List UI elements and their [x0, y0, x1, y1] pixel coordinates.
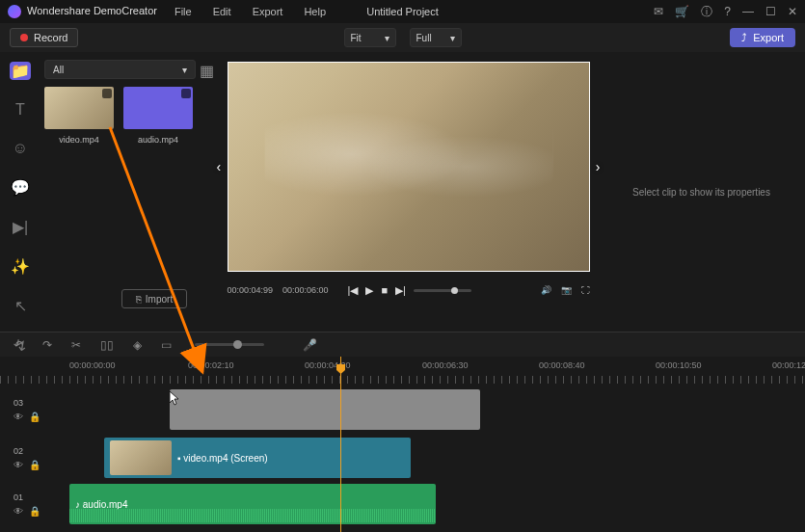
library-tab-icon[interactable]: 📁	[10, 62, 31, 80]
fullscreen-icon[interactable]: ⛶	[581, 285, 590, 295]
mouse-cursor-icon	[170, 391, 181, 407]
track-1: 01 👁🔒 ♪ audio.mp4	[0, 482, 805, 526]
track-number: 03	[13, 398, 50, 408]
video-badge-icon	[102, 89, 112, 98]
close-icon[interactable]: ✕	[788, 5, 797, 18]
playhead[interactable]	[340, 357, 341, 532]
menu-file[interactable]: File	[174, 6, 192, 17]
track-2: 02 👁🔒 ▪ video.mp4 (Screen)	[0, 436, 805, 480]
import-icon: ⎘	[136, 294, 142, 305]
preview-next-icon[interactable]: ›	[596, 159, 601, 174]
snap-icon[interactable]: ▭	[161, 338, 172, 352]
clip-thumbnail	[110, 440, 172, 475]
lock-icon[interactable]: 🔒	[29, 412, 40, 422]
record-dot-icon	[20, 34, 28, 41]
fit-dropdown[interactable]: Fit▾	[344, 28, 396, 47]
timeline-toolbar: ↶ ↷ ✂ ▯▯ ◈ ▭ 🎤	[0, 332, 805, 357]
track-number: 02	[13, 446, 50, 456]
properties-panel: Select clip to show its properties	[598, 52, 805, 332]
full-dropdown[interactable]: Full▾	[410, 28, 462, 47]
properties-empty-hint: Select clip to show its properties	[632, 187, 770, 198]
menu-items: File Edit Export Help	[174, 6, 326, 17]
next-frame-icon[interactable]: ▶|	[395, 284, 406, 297]
cursor-tab-icon[interactable]: ↖	[10, 297, 31, 315]
chevron-down-icon: ▾	[182, 65, 187, 75]
volume-slider[interactable]	[414, 289, 471, 292]
time-total: 00:00:06:00	[282, 285, 329, 295]
timeline-zoom-slider[interactable]	[195, 343, 264, 346]
thumb-label: audio.mp4	[138, 135, 178, 145]
clip-audio[interactable]: ♪ audio.mp4	[69, 484, 436, 524]
visibility-icon[interactable]: 👁	[13, 412, 23, 422]
preview-prev-icon[interactable]: ‹	[217, 159, 222, 174]
window-controls: ✉ 🛒 ⓘ ? — ☐ ✕	[654, 4, 797, 20]
audio-clip-icon: ♪	[75, 499, 80, 510]
time-current: 00:00:04:99	[228, 285, 274, 295]
redo-icon[interactable]: ↷	[42, 338, 52, 352]
video-badge-icon	[181, 89, 191, 98]
chevron-down-icon: ▾	[450, 33, 455, 43]
transition-tab-icon[interactable]: ▶|	[10, 218, 31, 236]
undo-icon[interactable]: ↶	[13, 338, 23, 352]
import-button[interactable]: ⎘ Import	[121, 289, 187, 308]
menu-export[interactable]: Export	[253, 6, 283, 17]
menu-bar: Wondershare DemoCreator File Edit Export…	[0, 0, 805, 23]
ruler-tick: 00:00:00:00	[69, 360, 116, 370]
marker-icon[interactable]: ◈	[133, 338, 142, 352]
ruler-tick: 00:00:08:40	[539, 360, 585, 370]
ruler-tick: 00:00:12:60	[772, 360, 805, 370]
media-panel: All▾ ▦ video.mp4 audio.mp4 ⎘ Import	[40, 52, 219, 332]
timeline-ruler[interactable]: 00:00:00:0000:00:02:1000:00:04:2000:00:0…	[0, 357, 805, 384]
visibility-icon[interactable]: 👁	[13, 460, 23, 470]
minimize-icon[interactable]: —	[742, 5, 754, 18]
maximize-icon[interactable]: ☐	[765, 5, 776, 18]
track-number: 01	[13, 492, 50, 502]
toolbar: Record Fit▾ Full▾ ⤴ Export	[0, 23, 805, 52]
media-thumb-video[interactable]: video.mp4	[44, 87, 114, 145]
user-icon[interactable]: ⓘ	[701, 4, 712, 20]
chevron-down-icon: ▾	[385, 33, 389, 43]
lock-icon[interactable]: 🔒	[29, 506, 40, 517]
cart-icon[interactable]: 🛒	[675, 5, 689, 18]
record-button[interactable]: Record	[10, 28, 78, 47]
track-3: 03 👁🔒	[0, 387, 805, 432]
menu-edit[interactable]: Edit	[213, 6, 231, 17]
lock-icon[interactable]: 🔒	[29, 460, 40, 470]
export-button[interactable]: ⤴ Export	[730, 28, 795, 47]
preview-viewport[interactable]: ‹ ›	[228, 62, 590, 272]
media-filter-dropdown[interactable]: All▾	[44, 60, 196, 79]
visibility-icon[interactable]: 👁	[13, 506, 23, 517]
mic-icon[interactable]: 🎤	[303, 338, 317, 352]
view-grid-icon[interactable]: ▦	[200, 62, 215, 77]
snapshot-icon[interactable]: 📷	[561, 285, 572, 295]
timeline[interactable]: 00:00:00:0000:00:02:1000:00:04:2000:00:0…	[0, 357, 805, 532]
clip-video[interactable]: ▪ video.mp4 (Screen)	[104, 438, 411, 478]
mail-icon[interactable]: ✉	[654, 5, 663, 18]
ruler-tick: 00:00:02:10	[188, 360, 234, 370]
prev-frame-icon[interactable]: |◀	[348, 284, 359, 297]
sticker-tab-icon[interactable]: ☺	[10, 140, 31, 157]
playback-controls: 00:00:04:99 00:00:06:00 |◀ ▶ ■ ▶| 🔊 📷 ⛶	[228, 278, 590, 303]
clip-label: video.mp4 (Screen)	[183, 453, 267, 464]
help-icon[interactable]: ?	[724, 5, 731, 18]
project-title: Untitled Project	[366, 6, 439, 17]
sidebar: 📁 T ☺ 💬 ▶| ✨ ↖ ↯	[0, 52, 40, 332]
effects-tab-icon[interactable]: ✨	[10, 257, 31, 276]
upload-icon: ⤴	[741, 32, 747, 43]
play-icon[interactable]: ▶	[365, 284, 373, 297]
clip-label: audio.mp4	[83, 499, 128, 510]
menu-help[interactable]: Help	[304, 6, 326, 17]
thumb-label: video.mp4	[59, 135, 99, 145]
speaker-icon[interactable]: 🔊	[541, 285, 551, 295]
stop-icon[interactable]: ■	[381, 284, 388, 296]
split-icon[interactable]: ✂	[71, 338, 81, 352]
video-clip-icon: ▪	[177, 453, 181, 464]
ruler-tick: 00:00:10:50	[656, 360, 702, 370]
ruler-tick: 00:00:06:30	[422, 360, 469, 370]
text-tab-icon[interactable]: T	[10, 101, 31, 119]
media-thumb-audio[interactable]: audio.mp4	[123, 87, 193, 145]
crop-icon[interactable]: ▯▯	[100, 338, 114, 352]
caption-tab-icon[interactable]: 💬	[10, 178, 31, 197]
clip-placeholder[interactable]	[170, 389, 480, 430]
app-logo: Wondershare DemoCreator	[8, 5, 157, 18]
